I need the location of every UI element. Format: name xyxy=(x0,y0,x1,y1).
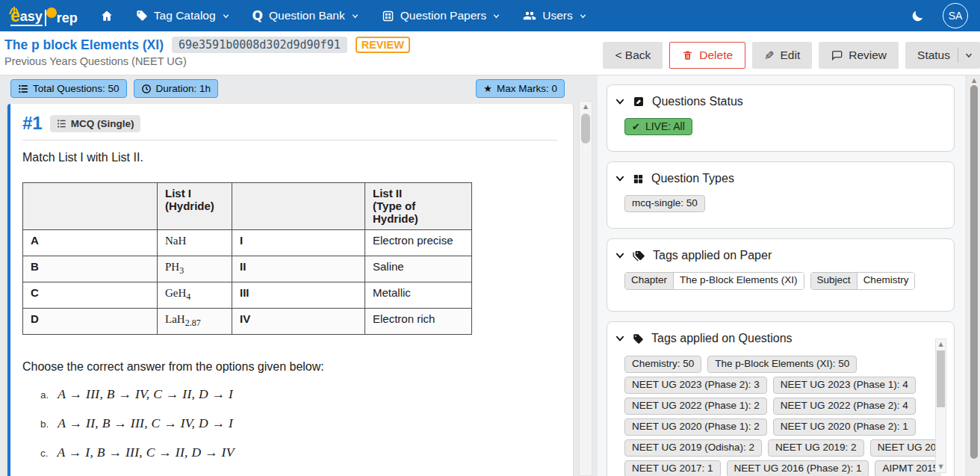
panel-header[interactable]: Question Types xyxy=(615,172,945,185)
delete-button[interactable]: Delete xyxy=(669,42,745,69)
nav-item-question-papers[interactable]: Question Papers xyxy=(382,9,500,22)
review-button[interactable]: Review xyxy=(819,42,899,69)
option-row: c. A → I, B → III, C → II, D → IV xyxy=(22,445,558,461)
nav-label: Users xyxy=(542,9,572,22)
tag-value: Chemistry xyxy=(858,273,915,289)
back-button[interactable]: < Back xyxy=(603,42,663,69)
panel-question-types: Question Types mcq-single: 50 xyxy=(607,161,955,229)
status-button[interactable]: Status xyxy=(905,42,980,69)
scrollbar-up-arrow[interactable]: ▲ xyxy=(968,75,980,86)
chevron-down-icon xyxy=(615,96,625,107)
tag-icon xyxy=(136,10,148,22)
tag-chip: NEET UG 2020 (Phase 1): 2 xyxy=(624,418,767,436)
users-icon xyxy=(523,9,536,22)
home-icon xyxy=(100,9,114,22)
tag-chip: NEET UG 2018: 2 xyxy=(870,439,941,457)
chevron-down-icon xyxy=(492,12,500,20)
question-card: #1 MCQ (Single) Match List I with List I… xyxy=(7,104,573,476)
check-icon: ✔ xyxy=(632,121,640,132)
nav-label: Tag Catalog xyxy=(154,9,216,22)
tag-pair: Subject Chemistry xyxy=(810,272,916,290)
question-tags-list: Chemistry: 50 The p-Block Elements (XI):… xyxy=(624,356,941,476)
question-type-badge: MCQ (Single) xyxy=(50,115,141,132)
tag-chip: NEET UG 2019: 2 xyxy=(768,439,864,457)
chevron-down-icon xyxy=(615,250,625,261)
nav-item-question-bank[interactable]: Q Question Bank xyxy=(252,9,359,22)
chevron-down-icon xyxy=(615,173,625,184)
panel-title: Tags applied on Paper xyxy=(653,249,772,262)
nav-item-users[interactable]: Users xyxy=(523,9,586,22)
comment-icon xyxy=(831,49,843,61)
question-type-chip: mcq-single: 50 xyxy=(624,195,705,212)
question-number: #1 xyxy=(22,113,43,134)
chevron-down-icon xyxy=(579,12,587,20)
tag-chip: The p-Block Elements (XI): 50 xyxy=(707,356,857,373)
live-status-badge: ✔ LIVE: All xyxy=(624,118,692,135)
tag-chip: NEET UG 2023 (Phase 1): 4 xyxy=(773,377,916,394)
tag-chip: Chemistry: 50 xyxy=(624,356,701,373)
question-bank-icon: Q xyxy=(252,10,263,22)
tag-value: The p-Block Elements (XI) xyxy=(674,273,804,289)
panel-header[interactable]: Questions Status xyxy=(615,95,945,108)
panel-questions-status: Questions Status ✔ LIVE: All xyxy=(607,84,955,152)
moon-icon[interactable] xyxy=(911,9,925,23)
scrollbar-up-arrow[interactable]: ▲ xyxy=(580,102,592,112)
question-column: Total Questions: 50 Duration: 1h ★ Max M… xyxy=(0,75,577,476)
scrollbar-up-arrow[interactable]: ▲ xyxy=(936,339,946,350)
page-title: The p block Elements (XI) xyxy=(4,37,164,53)
option-label: b. xyxy=(40,418,49,430)
table-row: B PH3 II Saline xyxy=(23,256,472,282)
table-row: C GeH4 III Metallic xyxy=(23,282,472,309)
question-scrollbar[interactable]: ▲ xyxy=(579,101,592,476)
brand-p-circle-icon xyxy=(45,7,58,26)
panel-tags-paper: Tags applied on Paper Chapter The p-Bloc… xyxy=(607,238,955,312)
brand-logo[interactable]: easyrep xyxy=(10,7,78,26)
table-header-row: List I (Hydride) List II (Type of Hydrid… xyxy=(23,183,472,230)
scrollbar-thumb[interactable] xyxy=(581,114,590,143)
tag-key: Subject xyxy=(811,273,858,289)
grid-icon xyxy=(633,173,644,185)
chevron-down-icon xyxy=(351,12,359,20)
option-text: A → I, B → III, C → II, D → IV xyxy=(58,445,235,460)
paper-stats-row: Total Questions: 50 Duration: 1h ★ Max M… xyxy=(0,75,565,98)
nav-home[interactable] xyxy=(100,9,114,22)
match-table: List I (Hydride) List II (Type of Hydrid… xyxy=(22,182,472,335)
tag-chip: AIPMT 2015 (Re): 1 xyxy=(875,460,941,476)
tag-chip: NEET UG 2023 (Phase 2): 3 xyxy=(624,377,767,394)
panel-tags-questions: Tags applied on Questions Chemistry: 50 … xyxy=(607,321,955,476)
nav-item-tag-catalog[interactable]: Tag Catalog xyxy=(136,9,230,22)
tag-chip: NEET UG 2022 (Phase 2): 4 xyxy=(773,398,916,415)
page-scrollbar[interactable]: ▲ xyxy=(968,75,980,476)
avatar[interactable]: SA xyxy=(943,3,968,28)
pencil-icon: ✎ xyxy=(764,49,774,63)
nav-right: SA xyxy=(911,3,968,28)
scrollbar-thumb[interactable] xyxy=(937,350,945,407)
list-icon xyxy=(18,84,28,94)
option-row: b. A → II, B → III, C → IV, D → I xyxy=(22,415,558,432)
question-papers-icon xyxy=(382,10,394,22)
review-status-badge: REVIEW xyxy=(356,37,410,53)
tag-chip: NEET UG 2019 (Odisha): 2 xyxy=(624,439,762,457)
panel-header[interactable]: Tags applied on Paper xyxy=(615,249,945,262)
chevron-down-icon xyxy=(964,51,973,60)
panel-header[interactable]: Tags applied on Questions xyxy=(615,332,945,345)
edit-square-icon xyxy=(633,96,645,108)
max-marks-badge: ★ Max Marks: 0 xyxy=(476,79,565,98)
tags-icon xyxy=(633,250,645,262)
question-prompt: Match List I with List II. xyxy=(22,151,558,164)
chevron-down-icon xyxy=(222,12,230,20)
edit-button[interactable]: ✎ Edit xyxy=(752,42,812,69)
header-buttons: < Back Delete ✎ Edit Review Status xyxy=(603,42,980,75)
panel-title: Questions Status xyxy=(652,95,743,108)
star-icon: ★ xyxy=(483,83,492,94)
scrollbar-down-arrow[interactable]: ▼ xyxy=(936,462,946,472)
option-row: a. A → III, B → IV, C → II, D → I xyxy=(22,386,558,403)
table-row: A NaH I Electron precise xyxy=(23,230,472,256)
logo-rays-icon xyxy=(8,4,20,17)
button-divider xyxy=(958,48,958,63)
paper-id-badge: 69e3591b0008d302d9d90f91 xyxy=(172,37,347,53)
tag-icon xyxy=(633,333,644,344)
scrollbar-thumb[interactable] xyxy=(970,85,978,459)
page-header: The p block Elements (XI) 69e3591b0008d3… xyxy=(0,31,980,75)
tags-scrollbar[interactable]: ▲ ▼ xyxy=(935,339,946,473)
